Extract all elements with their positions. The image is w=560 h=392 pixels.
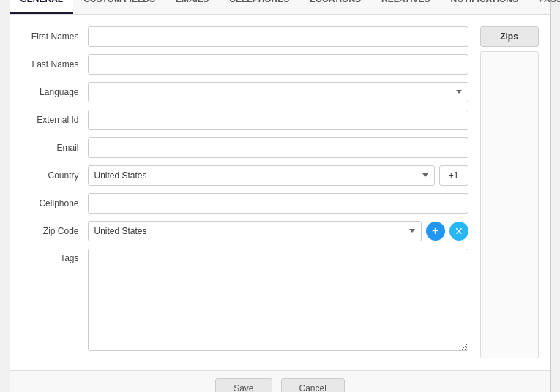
tab-password[interactable]: PASSWORD	[529, 0, 560, 14]
tab-notifications[interactable]: NOTIFICATIONS	[441, 0, 529, 14]
zip-code-label: Zip Code	[22, 226, 88, 236]
country-label: Country	[22, 170, 88, 181]
email-input[interactable]	[88, 137, 468, 158]
save-button[interactable]: Save	[215, 378, 272, 393]
tags-textarea[interactable]	[88, 249, 468, 351]
country-row: Country United States Canada United King…	[22, 165, 468, 186]
tab-general[interactable]: GENERAL	[10, 0, 74, 14]
zips-section: Zips	[480, 26, 539, 358]
zip-code-row: Zip Code United States Canada United Kin…	[22, 221, 468, 241]
zip-add-button[interactable]: +	[426, 222, 445, 241]
country-select[interactable]: United States Canada United Kingdom Mexi…	[88, 165, 435, 186]
footer: Save Cancel	[10, 370, 550, 393]
zip-remove-button[interactable]: ✕	[449, 222, 468, 241]
external-id-label: External Id	[22, 115, 88, 125]
last-names-label: Last Names	[22, 59, 88, 69]
country-field-group: United States Canada United Kingdom Mexi…	[88, 165, 468, 186]
zip-field-group: United States Canada United Kingdom Mexi…	[88, 221, 468, 241]
first-names-row: First Names	[22, 26, 468, 47]
phone-code-input[interactable]	[439, 165, 468, 186]
form-section: First Names Last Names Language English …	[22, 26, 468, 358]
tab-bar: GENERAL CUSTOM FIELDS EMAILS CELLPHONES …	[10, 0, 550, 15]
tab-cellphones[interactable]: CELLPHONES	[219, 0, 299, 14]
main-container: GENERAL CUSTOM FIELDS EMAILS CELLPHONES …	[10, 0, 551, 392]
language-label: Language	[22, 87, 88, 97]
zips-list	[480, 51, 539, 358]
email-row: Email	[22, 137, 468, 158]
external-id-input[interactable]	[88, 110, 468, 130]
zip-country-select[interactable]: United States Canada United Kingdom Mexi…	[88, 221, 422, 241]
cellphone-label: Cellphone	[22, 198, 88, 208]
external-id-row: External Id	[22, 110, 468, 130]
tab-relatives[interactable]: RELATIVES	[371, 0, 440, 14]
tags-label: Tags	[22, 249, 88, 263]
cancel-button[interactable]: Cancel	[281, 378, 345, 393]
tags-row: Tags	[22, 249, 468, 351]
first-names-input[interactable]	[88, 26, 468, 47]
language-row: Language English Spanish French	[22, 82, 468, 102]
zips-button[interactable]: Zips	[480, 26, 539, 47]
language-select[interactable]: English Spanish French	[88, 82, 468, 102]
first-names-label: First Names	[22, 31, 88, 42]
content-area: First Names Last Names Language English …	[10, 15, 550, 370]
email-label: Email	[22, 143, 88, 153]
cellphone-input[interactable]	[88, 193, 468, 214]
tab-emails[interactable]: EMAILS	[165, 0, 219, 14]
last-names-row: Last Names	[22, 54, 468, 75]
cellphone-row: Cellphone	[22, 193, 468, 214]
tab-locations[interactable]: LOCATIONS	[299, 0, 371, 14]
last-names-input[interactable]	[88, 54, 468, 75]
tab-custom-fields[interactable]: CUSTOM FIELDS	[73, 0, 165, 14]
